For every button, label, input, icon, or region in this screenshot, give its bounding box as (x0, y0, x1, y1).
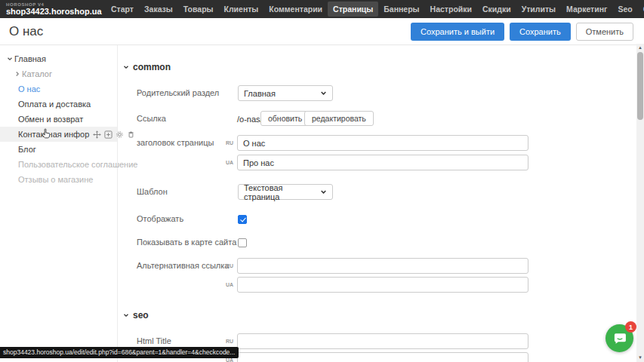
html-title-ru-input[interactable] (237, 333, 528, 349)
sidebar-item-contact-info[interactable]: Контактная инфор (0, 127, 117, 142)
gear-icon[interactable] (116, 130, 124, 139)
tree-label: Главная (14, 54, 46, 63)
alt-link-label: Альтернативная ссылка (137, 258, 229, 274)
chevron-down-icon (320, 89, 327, 98)
chevron-down-icon[interactable] (5, 56, 14, 62)
tree-label: Блог (18, 145, 36, 154)
menu-item-comments[interactable]: Комментарии (263, 2, 328, 17)
logo[interactable]: HOROSHOP V4 shop34423.horoshop.ua (6, 2, 97, 16)
save-and-exit-button[interactable]: Сохранить и выйти (411, 23, 504, 41)
link-label: Ссылка (137, 111, 166, 127)
page-edit-form: common Родительский раздел Главная Ссылк… (119, 46, 636, 362)
trash-icon[interactable] (127, 130, 135, 139)
chevron-down-icon (123, 312, 129, 318)
scroll-down-icon[interactable]: ▼ (636, 354, 644, 361)
page-header: О нас Сохранить и выйти Сохранить Отмени… (0, 18, 644, 45)
scrollbar-thumb[interactable] (637, 52, 643, 120)
link-refresh-button[interactable]: обновить (260, 111, 310, 126)
vertical-scrollbar[interactable]: ▲ ▼ (636, 44, 644, 362)
main-menu: Старт Заказы Товары Клиенты Комментарии … (106, 2, 644, 17)
scroll-up-icon[interactable]: ▲ (636, 44, 644, 51)
save-button[interactable]: Сохранить (510, 23, 571, 41)
menu-item-utilities[interactable]: Утилиты (516, 2, 561, 17)
chevron-right-icon[interactable] (13, 71, 22, 77)
select-value: Главная (244, 89, 276, 98)
page-title-ru-input[interactable] (237, 135, 528, 151)
display-label: Отображать (137, 211, 183, 227)
menu-item-orders[interactable]: Заказы (139, 2, 178, 17)
parent-section-label: Родительский раздел (137, 85, 219, 101)
tree-label: О нас (18, 84, 40, 94)
display-checkbox[interactable] (238, 215, 247, 224)
sitemap-label: Показывать в карте сайта (137, 235, 236, 250)
sitemap-checkbox[interactable] (238, 238, 247, 247)
template-label: Шаблон (137, 184, 168, 200)
chat-bubble-icon (612, 331, 627, 346)
menu-item-marketing[interactable]: Маркетинг (561, 2, 612, 17)
sidebar-item-catalog[interactable]: Каталог (0, 66, 117, 81)
menu-item-banners[interactable]: Баннеры (378, 2, 424, 17)
sidebar-item-home[interactable]: Главная (0, 51, 117, 66)
section-seo[interactable]: seo (123, 310, 149, 321)
tree-label: Контактная инфор (18, 130, 89, 139)
menu-item-pages[interactable]: Страницы (328, 2, 378, 17)
html-title-ua-input[interactable] (237, 352, 528, 362)
parent-section-select[interactable]: Главная (238, 85, 333, 101)
page-title: О нас (9, 24, 43, 39)
sidebar-item-blog[interactable]: Блог (0, 142, 117, 157)
topbar: HOROSHOP V4 shop34423.horoshop.ua Старт … (0, 0, 644, 18)
chevron-down-icon (320, 188, 327, 197)
ru-tag: RU (224, 263, 233, 268)
tree-label: Пользовательское соглашение (18, 160, 137, 169)
ua-tag: UA (224, 160, 233, 165)
menu-item-discounts[interactable]: Скидки (477, 2, 516, 17)
menu-item-settings[interactable]: Настройки (425, 2, 477, 17)
cancel-button[interactable]: Отменить (576, 23, 633, 41)
ua-tag: UA (224, 282, 233, 287)
menu-item-reports[interactable]: Отчеты (638, 2, 644, 17)
alt-link-ru-input[interactable] (237, 258, 528, 274)
alt-link-ua-input[interactable] (237, 277, 528, 293)
tree-label: Каталог (22, 69, 52, 78)
sidebar-item-user-agreement[interactable]: Пользовательское соглашение (0, 157, 117, 172)
tree-label: Оплата и доставка (18, 100, 91, 109)
add-icon[interactable] (104, 130, 112, 139)
chevron-down-icon (123, 64, 129, 70)
section-title: seo (133, 310, 149, 321)
page-title-label: заголовок страницы (137, 135, 214, 151)
sidebar-item-payment-delivery[interactable]: Оплата и доставка (0, 97, 117, 112)
menu-item-seo[interactable]: Seo (612, 2, 637, 17)
status-url-tooltip: shop34423.horoshop.ua/edit/edit.php?id=6… (0, 347, 239, 358)
sidebar-item-store-reviews[interactable]: Отзывы о магазине (0, 172, 117, 187)
tree-label: Обмен и возврат (18, 115, 83, 124)
tree-label: Отзывы о магазине (18, 175, 93, 184)
move-icon[interactable] (93, 130, 101, 139)
sidebar-item-about[interactable]: О нас (0, 81, 117, 97)
section-common[interactable]: common (123, 62, 171, 72)
template-select[interactable]: Текстовая страница (238, 184, 333, 200)
ru-tag: RU (224, 140, 233, 146)
menu-item-clients[interactable]: Клиенты (219, 2, 264, 17)
sidebar-item-exchange-return[interactable]: Обмен и возврат (0, 112, 117, 127)
menu-item-products[interactable]: Товары (178, 2, 219, 17)
logo-domain: shop34423.horoshop.ua (6, 8, 97, 16)
link-edit-button[interactable]: редактировать (304, 111, 374, 126)
select-value: Текстовая страница (244, 183, 320, 201)
ru-tag: RU (224, 339, 233, 344)
chat-launcher-button[interactable]: 1 (605, 324, 633, 352)
link-path: /o-nas/ (237, 112, 263, 127)
chat-unread-badge: 1 (625, 321, 636, 333)
menu-item-start[interactable]: Старт (106, 2, 139, 17)
page-title-ua-input[interactable] (237, 155, 528, 170)
pages-tree-sidebar: Главная Каталог О нас Оплата и доставка … (0, 45, 118, 362)
section-title: common (133, 62, 171, 72)
